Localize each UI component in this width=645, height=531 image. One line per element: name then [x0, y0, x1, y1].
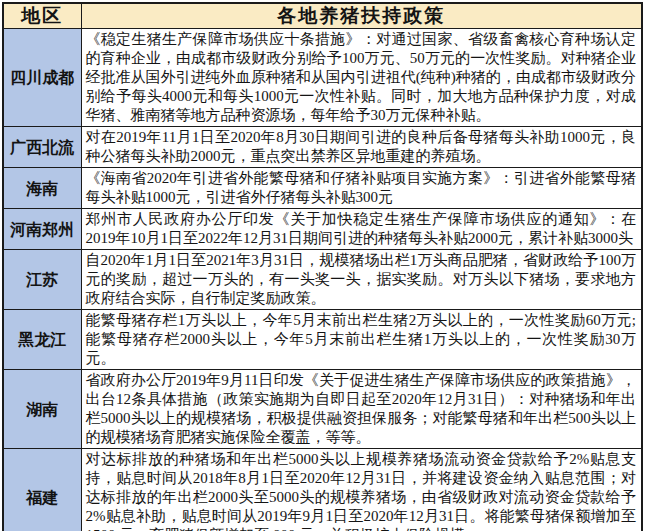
table-header-row: 地区 各地养猪扶持政策 — [3, 3, 642, 29]
policy-cell: 对在2019年11月1日至2020年8月30日期间引进的良种后备母猪每头补助10… — [81, 127, 642, 168]
policy-table-container: 地区 各地养猪扶持政策 四川成都 《稳定生猪生产保障市场供应十条措施》：对通过国… — [0, 0, 645, 531]
region-column-header: 地区 — [3, 3, 81, 29]
policy-cell: 省政府办公厅2019年9月11日印发《关于促进生猪生产保障市场供应的政策措施》，… — [81, 370, 642, 449]
table-row: 江苏 自2020年1月1日至2021年3月31日，规模猪场出栏1万头商品肥猪，省… — [3, 250, 642, 310]
table-row: 四川成都 《稳定生猪生产保障市场供应十条措施》：对通过国家、省级畜禽核心育种场认… — [3, 29, 642, 127]
policy-table: 地区 各地养猪扶持政策 四川成都 《稳定生猪生产保障市场供应十条措施》：对通过国… — [2, 2, 643, 531]
region-cell: 四川成都 — [3, 29, 81, 127]
policy-column-header: 各地养猪扶持政策 — [81, 3, 642, 29]
policy-cell: 对达标排放的种猪场和年出栏5000头以上规模养猪场流动资金贷款给予2%贴息支持，… — [81, 449, 642, 531]
policy-cell: 郑州市人民政府办公厅印发《关于加快稳定生猪生产保障市场供应的通知》：在2019年… — [81, 209, 642, 250]
region-cell: 黑龙江 — [3, 310, 81, 370]
region-cell: 海南 — [3, 168, 81, 209]
policy-cell: 《稳定生猪生产保障市场供应十条措施》：对通过国家、省级畜禽核心育种场认定的育种企… — [81, 29, 642, 127]
region-cell: 福建 — [3, 449, 81, 531]
policy-cell: 《海南省2020年引进省外能繁母猪和仔猪补贴项目实施方案》：引进省外能繁母猪每头… — [81, 168, 642, 209]
policy-cell: 自2020年1月1日至2021年3月31日，规模猪场出栏1万头商品肥猪，省财政给… — [81, 250, 642, 310]
table-row: 河南郑州 郑州市人民政府办公厅印发《关于加快稳定生猪生产保障市场供应的通知》：在… — [3, 209, 642, 250]
policy-cell: 能繁母猪存栏1万头以上，今年5月末前出栏生猪2万头以上的，一次性奖励60万元;能… — [81, 310, 642, 370]
table-row: 黑龙江 能繁母猪存栏1万头以上，今年5月末前出栏生猪2万头以上的，一次性奖励60… — [3, 310, 642, 370]
table-row: 海南 《海南省2020年引进省外能繁母猪和仔猪补贴项目实施方案》：引进省外能繁母… — [3, 168, 642, 209]
table-row: 广西北流 对在2019年11月1日至2020年8月30日期间引进的良种后备母猪每… — [3, 127, 642, 168]
table-row: 福建 对达标排放的种猪场和年出栏5000头以上规模养猪场流动资金贷款给予2%贴息… — [3, 449, 642, 531]
region-cell: 河南郑州 — [3, 209, 81, 250]
region-cell: 广西北流 — [3, 127, 81, 168]
table-row: 湖南 省政府办公厅2019年9月11日印发《关于促进生猪生产保障市场供应的政策措… — [3, 370, 642, 449]
region-cell: 江苏 — [3, 250, 81, 310]
region-cell: 湖南 — [3, 370, 81, 449]
policy-table-body: 四川成都 《稳定生猪生产保障市场供应十条措施》：对通过国家、省级畜禽核心育种场认… — [3, 29, 642, 531]
